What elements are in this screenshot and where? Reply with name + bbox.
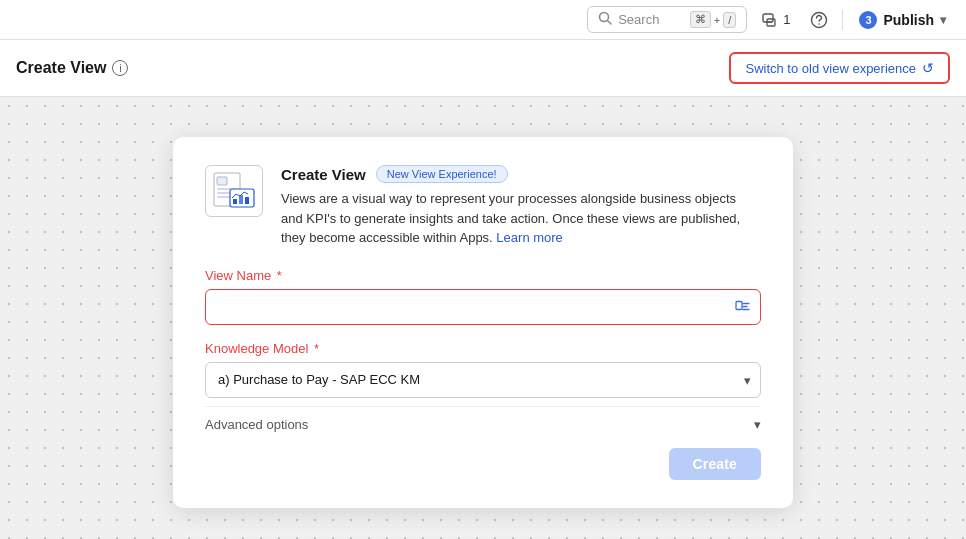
- knowledge-model-label: Knowledge Model *: [205, 341, 761, 356]
- view-name-input[interactable]: [205, 289, 761, 325]
- view-name-label: View Name *: [205, 268, 761, 283]
- view-name-field-wrapper: [205, 289, 761, 325]
- search-icon: [598, 11, 612, 28]
- knowledge-model-select[interactable]: a) Purchase to Pay - SAP ECC KM: [205, 362, 761, 398]
- page-title: Create View: [16, 59, 106, 77]
- kbd-cmd: ⌘: [690, 11, 711, 28]
- svg-rect-15: [245, 197, 249, 204]
- notifications-count: 1: [783, 12, 790, 27]
- publish-chevron-icon: ▾: [940, 13, 946, 27]
- page-header: Create View i Switch to old view experie…: [0, 40, 966, 97]
- publish-label: Publish: [883, 12, 934, 28]
- main-content: Create View New View Experience! Views a…: [0, 97, 966, 539]
- publish-button[interactable]: 3 Publish ▾: [851, 7, 954, 33]
- create-button[interactable]: Create: [669, 448, 761, 480]
- switch-view-button[interactable]: Switch to old view experience ↺: [729, 52, 950, 84]
- modal-top-section: Create View New View Experience! Views a…: [205, 165, 761, 248]
- svg-rect-16: [736, 301, 742, 309]
- help-button[interactable]: [804, 7, 834, 33]
- search-kbd-group: ⌘ + /: [690, 11, 737, 28]
- advanced-options-label: Advanced options: [205, 417, 308, 432]
- form-section: View Name * Knowledge Model *: [205, 268, 761, 436]
- kbd-slash: /: [723, 12, 736, 28]
- svg-rect-2: [763, 14, 773, 22]
- learn-more-link[interactable]: Learn more: [496, 230, 562, 245]
- knowledge-model-select-wrapper: a) Purchase to Pay - SAP ECC KM ▾: [205, 362, 761, 398]
- modal-footer: Create: [205, 448, 761, 480]
- svg-point-6: [819, 23, 821, 25]
- svg-rect-8: [217, 177, 227, 185]
- kbd-sep: +: [713, 14, 721, 26]
- svg-rect-13: [233, 199, 237, 204]
- switch-view-label: Switch to old view experience: [745, 61, 916, 76]
- svg-line-1: [608, 21, 612, 25]
- modal-title: Create View: [281, 166, 366, 183]
- navbar: Search ⌘ + / 1 3 Publish ▾: [0, 0, 966, 40]
- nav-divider: [842, 10, 843, 30]
- advanced-options-toggle[interactable]: Advanced options ▾: [205, 407, 761, 436]
- notifications-button[interactable]: 1: [755, 7, 796, 33]
- modal-icon-box: [205, 165, 263, 217]
- search-label: Search: [618, 12, 659, 27]
- new-badge: New View Experience!: [376, 165, 508, 183]
- search-bar[interactable]: Search ⌘ + /: [587, 6, 747, 33]
- page-title-container: Create View i: [16, 59, 128, 77]
- modal-title-row: Create View New View Experience!: [281, 165, 761, 183]
- publish-badge: 3: [859, 11, 877, 29]
- refresh-icon: ↺: [922, 60, 934, 76]
- modal-info-section: Create View New View Experience! Views a…: [281, 165, 761, 248]
- modal-description: Views are a visual way to represent your…: [281, 189, 761, 248]
- advanced-chevron-icon: ▾: [754, 417, 761, 432]
- create-view-modal: Create View New View Experience! Views a…: [173, 137, 793, 508]
- ai-sparkle-icon: [735, 297, 751, 316]
- info-icon[interactable]: i: [112, 60, 128, 76]
